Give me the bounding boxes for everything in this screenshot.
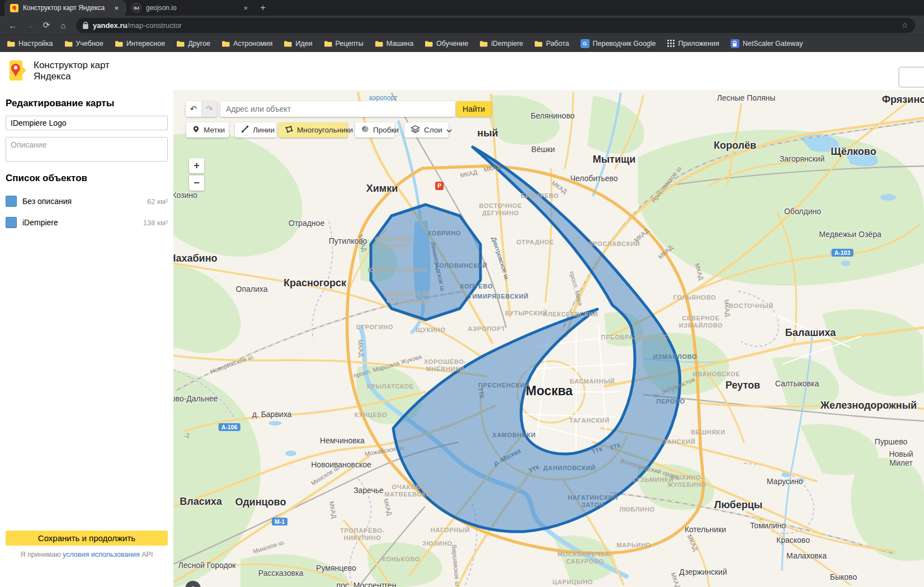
mode-button-Слои[interactable]: Слои: [404, 122, 449, 138]
undo-button[interactable]: ↶: [186, 101, 201, 117]
bookmark-Учебное[interactable]: Учебное: [64, 40, 103, 48]
line-icon: [241, 125, 249, 135]
new-tab-button[interactable]: +: [260, 2, 266, 13]
map-label: Одинцово: [235, 496, 286, 508]
bookmark-star-icon[interactable]: ☆: [901, 21, 908, 30]
bookmark-label: Астрономия: [233, 40, 272, 48]
layers-icon: [411, 125, 420, 135]
map-label: Королёв: [714, 140, 756, 152]
map-label: Новый Милет: [889, 449, 913, 467]
map-label: ВЫХИНО- ЖУЛЕБИНО: [667, 474, 706, 488]
map-label: Беляниново: [531, 111, 574, 120]
map-label: ОТРАДНОЕ: [516, 239, 554, 246]
browser-tab-2[interactable]: GJgeojson.io×: [126, 0, 254, 16]
map-label: Опалиха: [236, 285, 268, 294]
map-label: просп. Мира: [568, 271, 584, 306]
map-label: Химки: [366, 183, 398, 195]
map-label: ЮЖНОЕ ТУШИНО: [367, 267, 426, 274]
tab-close-icon[interactable]: ×: [242, 4, 249, 12]
map-label: НАГАТИНСКИЙ ЗАТОН: [568, 494, 618, 508]
object-row-2[interactable]: iDempiere138 км²: [6, 212, 168, 233]
map-label: ТТК: [591, 446, 604, 456]
map-description-input[interactable]: [6, 137, 168, 162]
bookmark-Настройка[interactable]: Настройка: [7, 40, 53, 48]
tab-close-icon[interactable]: ×: [113, 4, 120, 12]
map-labels-layer: ХимкиМытищиКоролёвЩёлковоФрязиноКрасного…: [173, 90, 924, 587]
bookmark-label: Переводчик Google: [593, 40, 656, 48]
map-label: Котельники: [685, 525, 726, 534]
map-label: ИВАНОВСКОЕ: [693, 371, 741, 378]
map-label: Немчиновка: [320, 436, 365, 445]
find-button[interactable]: Найти: [456, 101, 491, 117]
map-label: МКАД: [657, 244, 674, 261]
parking-marker: P: [435, 182, 444, 190]
bookmark-label: Обучение: [436, 40, 468, 48]
zoom-in-button[interactable]: +: [189, 158, 204, 173]
road-badge: А-103: [832, 249, 854, 257]
bookmark-label: iDempiere: [491, 40, 523, 48]
home-icon[interactable]: ⌂: [56, 18, 70, 32]
mode-button-Пробки[interactable]: Пробки: [355, 122, 394, 138]
chevron-down-icon: [446, 126, 452, 134]
url-bar[interactable]: yandex.ru/map-constructor ☆: [76, 18, 915, 33]
zoom-out-button[interactable]: −: [189, 176, 204, 191]
bookmark-Приложения[interactable]: Приложения: [667, 40, 719, 48]
terms-link[interactable]: условия использования: [63, 551, 140, 558]
bookmark-Обучение[interactable]: Обучение: [425, 40, 468, 48]
map-label: Можайское ш.: [364, 443, 406, 457]
map-label: ЦАРИЦЫНО: [553, 579, 593, 586]
bookmark-Рецепты[interactable]: Рецепты: [324, 40, 364, 48]
map-label: просп. Маршала Жукова: [353, 353, 423, 380]
bookmark-Работа[interactable]: Работа: [534, 40, 569, 48]
bookmark-iDempiere[interactable]: iDempiere: [479, 40, 523, 48]
bookmark-Машина[interactable]: Машина: [375, 40, 413, 48]
map-search-input[interactable]: [220, 101, 455, 117]
redo-button[interactable]: ↷: [201, 101, 218, 117]
map-label: КУНЦЕВО: [355, 411, 387, 419]
save-button[interactable]: Сохранить и продолжить: [6, 531, 168, 546]
bookmark-Астрономия[interactable]: Астрономия: [221, 40, 272, 48]
object-label: iDempiere: [22, 218, 58, 227]
mode-button-Многоугольники[interactable]: Многоугольники: [279, 122, 348, 138]
bookmark-Другое[interactable]: Другое: [176, 40, 210, 48]
bookmark-label: NetScaler Gateway: [743, 40, 803, 48]
map-label: Лесной Городок: [178, 561, 236, 570]
object-color-swatch: [6, 217, 17, 228]
bookmark-Идеи[interactable]: Идеи: [284, 40, 312, 48]
map-label: Лесные Поляны: [717, 93, 776, 102]
map-canvas[interactable]: ХимкиМытищиКоролёвЩёлковоФрязиноКрасного…: [173, 90, 924, 587]
yandex-map-constructor-logo: [8, 59, 27, 83]
map-label: ГОЛОВИНСКИЙ: [436, 262, 488, 269]
mode-button-Метки[interactable]: Метки: [186, 122, 229, 138]
map-label: Варшавское ш.: [450, 545, 461, 587]
map-label: МКАД: [694, 263, 705, 281]
mode-button-Линии[interactable]: Линии: [235, 122, 276, 138]
bookmark-Переводчик Google[interactable]: GПереводчик Google: [581, 39, 656, 48]
map-label: МКАД: [686, 533, 699, 552]
reload-icon[interactable]: ⟳: [39, 18, 54, 32]
map-label: Минское ш.: [252, 538, 286, 555]
map-label: РЯЗАНСКИЙ: [654, 438, 696, 446]
map-label: Салтыковка: [775, 379, 819, 388]
bookmark-label: Работа: [546, 40, 569, 48]
map-label: д. Барвиха: [252, 410, 292, 419]
forward-icon[interactable]: →: [22, 18, 37, 32]
map-label: МКАД: [460, 169, 478, 179]
app-title: Конструктор карт Яндекса: [34, 60, 110, 82]
map-label: МАРЬИНО: [616, 542, 651, 549]
map-label: Загорянский: [780, 154, 825, 163]
road-badge: А-106: [219, 423, 241, 431]
map-title-input[interactable]: [6, 116, 168, 130]
header-cut-button[interactable]: [898, 67, 924, 88]
object-row-1[interactable]: Без описания62 км²: [6, 191, 168, 212]
map-label: БИБИРЕВО: [521, 192, 559, 200]
object-color-swatch: [6, 196, 17, 207]
bookmark-label: Другое: [188, 40, 210, 48]
bookmark-NetScaler Gateway[interactable]: NetScaler Gateway: [730, 39, 803, 48]
browser-tab-1[interactable]: Конструктор карт Яндекса×: [4, 0, 125, 16]
undo-redo-group: ↶ ↷: [186, 101, 217, 117]
map-label: ЛЮБЛИНО: [619, 506, 655, 513]
bookmark-Интересное[interactable]: Интересное: [115, 40, 165, 48]
road-badge: М-1: [272, 518, 287, 526]
back-icon[interactable]: ←: [6, 18, 20, 32]
